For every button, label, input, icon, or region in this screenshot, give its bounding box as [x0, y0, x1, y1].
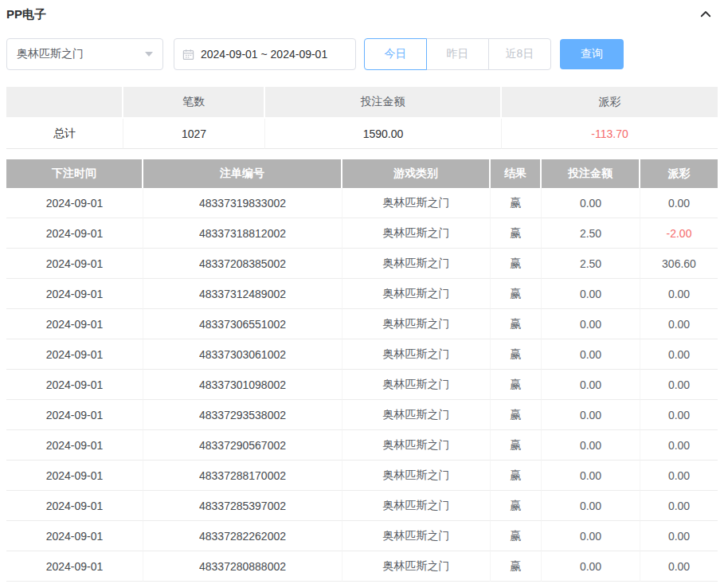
payout: 0.00 — [640, 279, 718, 309]
bet-date: 2024-09-01 — [6, 491, 143, 521]
date-range-input[interactable]: 2024-09-01 ~ 2024-09-01 — [174, 38, 356, 70]
result: 赢 — [491, 461, 542, 491]
game-category: 奥林匹斯之门 — [342, 400, 491, 430]
table-row: 2024-09-0148337290567002奥林匹斯之门赢0.000.00 — [6, 430, 718, 461]
pp-games-panel: PP电子 奥林匹斯之门 2024-09-01 ~ 2024-09-01 今日 昨… — [0, 0, 724, 582]
chevron-up-icon — [699, 7, 713, 22]
payout: 0.00 — [640, 521, 718, 551]
quick-range-group: 今日 昨日 近8日 — [364, 38, 551, 70]
quick-button-last-8-days[interactable]: 近8日 — [488, 38, 551, 70]
order-number: 48337306551002 — [143, 309, 342, 339]
payout: 0.00 — [640, 309, 718, 339]
game-category: 奥林匹斯之门 — [342, 551, 491, 582]
panel-header: PP电子 — [6, 0, 718, 22]
summary-total-row: 总计 1027 1590.00 -113.70 — [6, 119, 718, 149]
header-bet-time: 下注时间 — [6, 159, 143, 188]
game-category: 奥林匹斯之门 — [342, 339, 491, 370]
game-category: 奥林匹斯之门 — [342, 249, 491, 279]
bet-amount: 0.00 — [542, 430, 640, 461]
summary-total-count: 1027 — [123, 119, 265, 149]
table-row: 2024-09-0148337282262002奥林匹斯之门赢0.000.00 — [6, 521, 718, 551]
result: 赢 — [491, 309, 542, 339]
bet-amount: 0.00 — [542, 339, 640, 370]
header-payout: 派彩 — [640, 159, 718, 188]
summary-total-payout: -113.70 — [502, 119, 718, 149]
payout: 0.00 — [640, 551, 718, 582]
header-bet-amount: 投注金额 — [542, 159, 640, 188]
bet-amount: 0.00 — [542, 370, 640, 400]
order-number: 48337301098002 — [143, 370, 342, 400]
panel-title: PP电子 — [6, 7, 46, 22]
table-row: 2024-09-0148337318812002奥林匹斯之门赢2.50-2.00 — [6, 218, 718, 249]
bet-amount: 0.00 — [542, 188, 640, 218]
payout: 0.00 — [640, 370, 718, 400]
bet-date: 2024-09-01 — [6, 279, 143, 309]
order-number: 48337290567002 — [143, 430, 342, 461]
result: 赢 — [491, 279, 542, 309]
result: 赢 — [491, 430, 542, 461]
order-number: 48337318812002 — [143, 218, 342, 249]
search-button[interactable]: 查询 — [560, 39, 624, 69]
result: 赢 — [491, 551, 542, 582]
bet-amount: 0.00 — [542, 309, 640, 339]
result: 赢 — [491, 249, 542, 279]
payout: 0.00 — [640, 400, 718, 430]
payout: 0.00 — [640, 430, 718, 461]
game-select[interactable]: 奥林匹斯之门 — [6, 38, 163, 70]
game-category: 奥林匹斯之门 — [342, 309, 491, 339]
payout: 0.00 — [640, 339, 718, 370]
order-number: 48337288170002 — [143, 461, 342, 491]
chevron-down-icon — [145, 52, 153, 57]
bet-amount: 2.50 — [542, 218, 640, 249]
table-row: 2024-09-0148337288170002奥林匹斯之门赢0.000.00 — [6, 461, 718, 491]
bet-amount: 0.00 — [542, 461, 640, 491]
game-select-value: 奥林匹斯之门 — [17, 47, 84, 61]
bet-amount: 0.00 — [542, 400, 640, 430]
calendar-icon — [182, 49, 194, 61]
result: 赢 — [491, 491, 542, 521]
bet-date: 2024-09-01 — [6, 521, 143, 551]
summary-total-bet-amount: 1590.00 — [265, 119, 502, 149]
game-category: 奥林匹斯之门 — [342, 521, 491, 551]
bet-amount: 0.00 — [542, 491, 640, 521]
order-number: 48337293538002 — [143, 400, 342, 430]
filter-bar: 奥林匹斯之门 2024-09-01 ~ 2024-09-01 今日 昨日 近8日… — [6, 38, 718, 70]
bet-date: 2024-09-01 — [6, 218, 143, 249]
table-row: 2024-09-0148337303061002奥林匹斯之门赢0.000.00 — [6, 339, 718, 370]
game-category: 奥林匹斯之门 — [342, 461, 491, 491]
bet-amount: 2.50 — [542, 249, 640, 279]
payout: 0.00 — [640, 188, 718, 218]
bet-table-header-row: 下注时间 注单编号 游戏类别 结果 投注金额 派彩 — [6, 159, 718, 188]
order-number: 48337208385002 — [143, 249, 342, 279]
summary-header-bet-amount: 投注金额 — [265, 87, 502, 119]
header-game-category: 游戏类别 — [342, 159, 491, 188]
game-category: 奥林匹斯之门 — [342, 370, 491, 400]
bet-date: 2024-09-01 — [6, 370, 143, 400]
bet-table-body: 2024-09-0148337319833002奥林匹斯之门赢0.000.002… — [6, 188, 718, 582]
result: 赢 — [491, 521, 542, 551]
payout: -2.00 — [640, 218, 718, 249]
order-number: 48337280888002 — [143, 551, 342, 582]
payout: 0.00 — [640, 491, 718, 521]
bet-date: 2024-09-01 — [6, 400, 143, 430]
quick-button-yesterday[interactable]: 昨日 — [426, 38, 489, 70]
table-row: 2024-09-0148337208385002奥林匹斯之门赢2.50306.6… — [6, 249, 718, 279]
game-category: 奥林匹斯之门 — [342, 218, 491, 249]
table-row: 2024-09-0148337306551002奥林匹斯之门赢0.000.00 — [6, 309, 718, 339]
summary-header-blank — [6, 87, 123, 119]
result: 赢 — [491, 218, 542, 249]
header-order-number: 注单编号 — [143, 159, 342, 188]
bet-date: 2024-09-01 — [6, 461, 143, 491]
table-row: 2024-09-0148337293538002奥林匹斯之门赢0.000.00 — [6, 400, 718, 430]
date-range-value: 2024-09-01 ~ 2024-09-01 — [201, 48, 327, 61]
game-category: 奥林匹斯之门 — [342, 279, 491, 309]
order-number: 48337282262002 — [143, 521, 342, 551]
game-category: 奥林匹斯之门 — [342, 430, 491, 461]
order-number: 48337312489002 — [143, 279, 342, 309]
collapse-button[interactable] — [694, 7, 718, 22]
bet-amount: 0.00 — [542, 279, 640, 309]
table-row: 2024-09-0148337312489002奥林匹斯之门赢0.000.00 — [6, 279, 718, 309]
game-category: 奥林匹斯之门 — [342, 188, 491, 218]
quick-button-today[interactable]: 今日 — [364, 38, 427, 70]
result: 赢 — [491, 400, 542, 430]
